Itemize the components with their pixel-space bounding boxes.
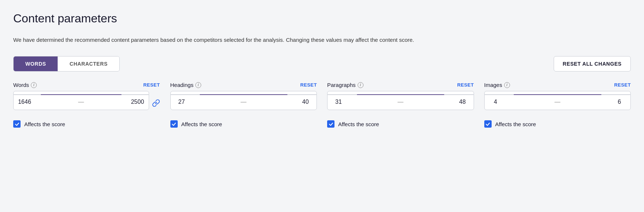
range-track-images: [485, 94, 631, 95]
info-icon-paragraphs[interactable]: i: [358, 82, 363, 88]
range-max-paragraphs[interactable]: 48: [455, 99, 470, 105]
info-icon-headings[interactable]: i: [195, 82, 201, 88]
tab-group: WORDS CHARACTERS: [13, 56, 120, 72]
range-track-headings: [171, 94, 317, 95]
range-dash-words: —: [32, 99, 130, 105]
range-box-images[interactable]: 4 — 6: [484, 91, 631, 110]
affects-score-label-headings: Affects the score: [181, 121, 222, 127]
param-label-row-paragraphs: Paragraphs iRESET: [327, 82, 474, 88]
range-values-headings: 27 — 40: [174, 96, 313, 105]
param-label-words: Words i: [13, 82, 37, 88]
range-track-fill-images: [514, 94, 601, 95]
param-input-wrap-images: 4 — 6: [484, 91, 631, 115]
range-values-words: 1646 — 2500: [17, 96, 145, 105]
param-col-headings: Headings iRESET 27 — 40 Affects the scor…: [170, 82, 317, 128]
range-max-images[interactable]: 6: [612, 99, 627, 105]
reset-button-paragraphs[interactable]: RESET: [457, 82, 474, 88]
range-min-paragraphs[interactable]: 31: [331, 99, 346, 105]
affects-score-checkbox-images[interactable]: [484, 120, 492, 128]
param-col-paragraphs: Paragraphs iRESET 31 — 48 Affects the sc…: [327, 82, 474, 128]
affects-score-row-headings: Affects the score: [170, 120, 317, 128]
param-col-words: Words iRESET 1646 — 2500 Affects the sco…: [13, 82, 160, 128]
top-controls: WORDS CHARACTERS RESET ALL CHANGES: [13, 56, 631, 72]
affects-score-label-paragraphs: Affects the score: [338, 121, 379, 127]
range-box-words[interactable]: 1646 — 2500: [13, 91, 149, 110]
range-track-fill-headings: [200, 94, 287, 95]
page-description: We have determined the recommended conte…: [13, 36, 527, 44]
affects-score-checkbox-words[interactable]: [13, 120, 21, 128]
param-label-paragraphs: Paragraphs i: [327, 82, 363, 88]
tab-characters[interactable]: CHARACTERS: [58, 56, 119, 71]
affects-score-checkbox-headings[interactable]: [170, 120, 178, 128]
affects-score-label-words: Affects the score: [24, 121, 65, 127]
affects-score-row-images: Affects the score: [484, 120, 631, 128]
range-dash-headings: —: [189, 99, 299, 105]
reset-button-words[interactable]: RESET: [143, 82, 160, 88]
range-values-images: 4 — 6: [488, 96, 627, 105]
range-min-words[interactable]: 1646: [17, 99, 32, 105]
param-input-wrap-paragraphs: 31 — 48: [327, 91, 474, 115]
param-label-images: Images i: [484, 82, 510, 88]
params-grid: Words iRESET 1646 — 2500 Affects the sco…: [13, 82, 631, 128]
affects-score-label-images: Affects the score: [495, 121, 536, 127]
affects-score-checkbox-paragraphs[interactable]: [327, 120, 334, 128]
range-track-words: [14, 94, 149, 95]
range-track-paragraphs: [328, 94, 474, 95]
info-icon-words[interactable]: i: [31, 82, 37, 88]
range-dash-images: —: [503, 99, 612, 105]
param-label-row-headings: Headings iRESET: [170, 82, 317, 88]
range-box-paragraphs[interactable]: 31 — 48: [327, 91, 474, 110]
range-max-headings[interactable]: 40: [298, 99, 313, 105]
range-min-headings[interactable]: 27: [174, 99, 189, 105]
range-min-images[interactable]: 4: [488, 99, 503, 105]
param-input-wrap-headings: 27 — 40: [170, 91, 317, 115]
param-label-headings: Headings i: [170, 82, 201, 88]
tab-words[interactable]: WORDS: [14, 56, 58, 71]
param-input-wrap-words: 1646 — 2500: [13, 91, 160, 115]
page-title: Content parameters: [13, 12, 631, 25]
reset-button-headings[interactable]: RESET: [300, 82, 317, 88]
param-label-row-images: Images iRESET: [484, 82, 631, 88]
link-icon[interactable]: [152, 99, 160, 107]
range-box-headings[interactable]: 27 — 40: [170, 91, 317, 110]
range-track-fill-words: [41, 94, 122, 95]
affects-score-row-words: Affects the score: [13, 120, 160, 128]
range-max-words[interactable]: 2500: [130, 99, 145, 105]
affects-score-row-paragraphs: Affects the score: [327, 120, 474, 128]
range-dash-paragraphs: —: [346, 99, 455, 105]
param-label-row-words: Words iRESET: [13, 82, 160, 88]
range-track-fill-paragraphs: [357, 94, 445, 95]
info-icon-images[interactable]: i: [504, 82, 510, 88]
reset-button-images[interactable]: RESET: [614, 82, 631, 88]
range-values-paragraphs: 31 — 48: [331, 96, 470, 105]
param-col-images: Images iRESET 4 — 6 Affects the score: [484, 82, 631, 128]
reset-all-button[interactable]: RESET ALL CHANGES: [554, 56, 631, 72]
